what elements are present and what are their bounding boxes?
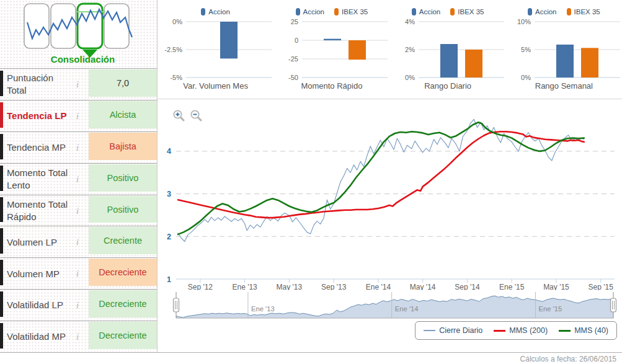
legend-marker-icon bbox=[450, 8, 455, 16]
svg-text:10%: 10% bbox=[517, 18, 531, 25]
indicator-info: i bbox=[69, 142, 86, 153]
y-axis-label: 4 bbox=[167, 147, 171, 156]
indicator-value-text: Positivo bbox=[107, 173, 139, 183]
info-icon[interactable]: i bbox=[76, 332, 79, 342]
indicator-value-text: Decreciente bbox=[99, 267, 146, 277]
legend-marker-icon bbox=[334, 8, 339, 16]
indicator-info: i bbox=[69, 110, 86, 122]
navigator-label: Ene '13 bbox=[251, 305, 275, 313]
bar-accion bbox=[440, 44, 458, 78]
legend-label: MMS (200) bbox=[509, 326, 548, 335]
mini-chart-title: Momento Rápido bbox=[301, 81, 362, 91]
mini-chart-legend: AccionIBEX 35 bbox=[296, 7, 368, 17]
pattern-label: Consolidación bbox=[0, 54, 157, 64]
legend-line-icon bbox=[424, 330, 435, 331]
indicator-info: i bbox=[69, 205, 86, 216]
navigator-handle-right[interactable] bbox=[611, 298, 616, 312]
legend-item-accion[interactable]: Accion bbox=[296, 8, 325, 16]
svg-text:0%: 0% bbox=[521, 74, 531, 81]
indicator-table: Puntuación Totali7,0Tendencia LPiAlcista… bbox=[0, 68, 157, 353]
info-icon[interactable]: i bbox=[76, 237, 79, 247]
legend-item-ibex[interactable]: IBEX 35 bbox=[334, 8, 368, 16]
legend-item-accion[interactable]: Accion bbox=[412, 8, 441, 16]
indicator-row-volatilidad-mp: Volatilidad MPiDecreciente bbox=[0, 321, 157, 353]
mini-chart-4: AccionIBEX 3510%5%0%Rango Semanal bbox=[506, 2, 622, 99]
svg-text:5%: 5% bbox=[521, 46, 531, 53]
svg-text:-50: -50 bbox=[288, 74, 298, 81]
indicator-label: Volumen MP bbox=[7, 268, 69, 280]
x-axis-label: Ene '13 bbox=[232, 283, 257, 290]
mini-chart-plot: 250-25-50 bbox=[273, 17, 389, 81]
x-axis-label: Ene '15 bbox=[499, 283, 525, 290]
legend-line-icon bbox=[494, 330, 505, 332]
indicator-value-text: Creciente bbox=[104, 236, 142, 246]
indicator-value: Positivo bbox=[89, 196, 157, 223]
pattern-widget: Consolidación bbox=[0, 2, 157, 68]
navigator[interactable]: Ene '13Ene '14Ene '15 bbox=[158, 290, 622, 320]
svg-text:0%: 0% bbox=[405, 74, 415, 81]
row-accent-bar bbox=[0, 323, 3, 348]
x-axis-label: Sep '14 bbox=[455, 283, 480, 290]
mini-chart-3: AccionIBEX 354%2%0%Rango Diario bbox=[390, 2, 506, 99]
info-icon[interactable]: i bbox=[76, 112, 79, 121]
pattern-sparkline bbox=[22, 2, 134, 61]
legend-item-ibex[interactable]: IBEX 35 bbox=[567, 8, 600, 16]
svg-text:0: 0 bbox=[295, 37, 298, 44]
indicator-row-momento-total-rapido: Momento Total RápidoiPositivo bbox=[0, 195, 157, 227]
indicator-label: Momento Total Lento bbox=[7, 167, 69, 191]
indicator-value: Decreciente bbox=[89, 259, 157, 286]
indicator-row-volatilidad-lp: Volatilidad LPiDecreciente bbox=[0, 290, 157, 321]
mini-chart-plot: 0%-2.5%-5% bbox=[158, 17, 273, 81]
indicator-value-text: Positivo bbox=[107, 205, 139, 215]
chart-legend-item-mms-200-[interactable]: MMS (200) bbox=[494, 326, 548, 335]
indicator-value-text: Decreciente bbox=[99, 331, 146, 340]
chart-legend-item-cierre-diario[interactable]: Cierre Diario bbox=[424, 326, 482, 335]
mini-chart-title: Rango Semanal bbox=[535, 81, 593, 91]
indicator-label: Volumen LP bbox=[7, 236, 69, 249]
svg-text:2%: 2% bbox=[405, 46, 415, 53]
row-accent-bar bbox=[0, 197, 3, 223]
bar-accion bbox=[220, 22, 238, 58]
navigator-label: Ene '15 bbox=[538, 305, 562, 313]
indicator-value: Positivo bbox=[89, 164, 157, 192]
info-icon[interactable]: i bbox=[76, 143, 79, 153]
indicator-row-volumen-mp: Volumen MPiDecreciente bbox=[0, 258, 157, 290]
bar-ibex bbox=[581, 48, 598, 78]
legend-item-accion[interactable]: Accion bbox=[528, 8, 557, 16]
legend-marker-icon bbox=[412, 8, 416, 16]
legend-marker-icon bbox=[567, 8, 571, 16]
info-icon[interactable]: i bbox=[76, 175, 79, 184]
svg-text:-5%: -5% bbox=[171, 74, 183, 81]
footer: Cálculos a fecha: 26/06/2015 bbox=[0, 352, 622, 364]
info-icon[interactable]: i bbox=[76, 269, 79, 278]
bar-accion bbox=[324, 39, 341, 40]
navigator-handle-left[interactable] bbox=[174, 298, 179, 312]
x-axis-label: May '15 bbox=[543, 283, 569, 290]
legend-label: Accion bbox=[208, 8, 230, 16]
svg-text:4%: 4% bbox=[405, 18, 415, 25]
row-accent-bar bbox=[0, 134, 3, 159]
row-accent-bar bbox=[0, 166, 3, 191]
indicator-label: Volatilidad LP bbox=[7, 299, 69, 311]
chart-legend-item-mms-40-[interactable]: MMS (40) bbox=[559, 326, 608, 335]
legend-label: Accion bbox=[303, 8, 325, 16]
indicator-info: i bbox=[69, 174, 86, 185]
info-icon[interactable]: i bbox=[76, 80, 79, 89]
indicator-label: Puntuación Total bbox=[7, 72, 69, 96]
x-axis-label: Ene '14 bbox=[366, 283, 391, 290]
legend-label: MMS (40) bbox=[574, 326, 608, 335]
info-icon[interactable]: i bbox=[76, 301, 79, 310]
indicator-row-volumen-lp: Volumen LPiCreciente bbox=[0, 226, 157, 258]
mini-chart-plot: 4%2%0% bbox=[390, 17, 506, 81]
indicator-row-tendencia-mp: Tendencia MPiBajista bbox=[0, 132, 157, 164]
legend-item-accion[interactable]: Accion bbox=[201, 8, 230, 16]
legend-item-ibex[interactable]: IBEX 35 bbox=[450, 8, 484, 16]
info-icon[interactable]: i bbox=[76, 206, 79, 216]
bar-ibex bbox=[349, 40, 366, 60]
app: Consolidación Puntuación Totali7,0Tenden… bbox=[0, 0, 622, 364]
mini-chart-title: Var. Volumen Mes bbox=[183, 81, 248, 91]
navigator-label: Ene '14 bbox=[395, 305, 419, 313]
indicator-row-puntuacion-total: Puntuación Totali7,0 bbox=[0, 69, 157, 100]
legend-label: Accion bbox=[535, 8, 557, 16]
pattern-phase-boxes bbox=[24, 4, 129, 48]
